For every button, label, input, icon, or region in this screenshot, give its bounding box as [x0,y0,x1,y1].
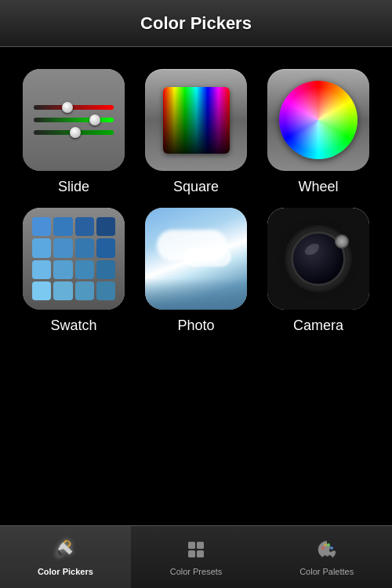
eyedropper-icon [54,539,76,564]
photo-icon-box [145,208,247,310]
camera-inner [267,208,369,310]
camera-flash [335,234,349,249]
tab-color-pickers-label: Color Pickers [38,567,93,576]
swatch-label: Swatch [50,318,96,334]
svg-point-8 [330,546,333,550]
presets-icon [185,539,207,564]
photo-item[interactable]: Photo [141,208,251,334]
camera-icon-box [267,208,369,310]
wheel-item[interactable]: Wheel [263,69,373,195]
swatch-cell [53,217,72,236]
slide-inner [23,69,125,171]
swatch-cell [75,281,94,300]
svg-point-5 [321,546,325,550]
swatch-cell [75,238,94,257]
swatch-cell [32,260,51,279]
wheel-inner [279,81,358,159]
red-slider-row [34,105,114,110]
square-inner [163,87,230,154]
swatch-inner [23,208,125,310]
swatch-cell [53,260,72,279]
red-track [34,105,114,110]
swatch-cell [75,217,94,236]
swatch-item[interactable]: Swatch [19,208,129,334]
swatch-cell [96,217,115,236]
swatch-cell [96,260,115,279]
photo-label: Photo [177,318,214,334]
blue-knob [70,127,81,138]
sky-bottom [145,278,247,310]
page-title: Color Pickers [140,13,252,34]
tab-bar: Color Pickers Color Presets Color Palett… [0,525,392,588]
swatch-cell [32,238,51,257]
photo-inner [145,208,247,310]
tab-color-palettes-label: Color Palettes [299,567,354,576]
square-item[interactable]: Square [141,69,251,195]
svg-rect-4 [197,550,204,557]
slide-label: Slide [58,179,89,195]
slide-item[interactable]: Slide [19,69,129,195]
tab-color-presets-label: Color Presets [170,567,223,576]
wheel-label: Wheel [298,179,338,195]
square-label: Square [173,179,219,195]
swatch-cell [96,238,115,257]
swatch-cell [53,238,72,257]
tab-color-presets[interactable]: Color Presets [131,526,262,588]
swatch-cell [32,217,51,236]
camera-item[interactable]: Camera [263,208,373,334]
swatch-cell [96,281,115,300]
green-track [34,118,114,122]
red-knob [62,102,73,113]
picker-grid: Slide Square Wheel Swatch Photo [0,47,392,356]
swatch-cell [53,281,72,300]
svg-rect-1 [188,542,195,549]
svg-point-0 [56,554,60,557]
svg-rect-3 [188,550,195,557]
tab-color-palettes[interactable]: Color Palettes [261,526,392,588]
slide-icon-box [23,69,125,171]
svg-rect-2 [197,542,204,549]
tab-color-pickers[interactable]: Color Pickers [0,526,131,588]
swatch-cell [32,281,51,300]
camera-label: Camera [293,318,343,334]
svg-point-6 [324,543,327,546]
green-knob [89,114,100,125]
svg-point-7 [327,543,330,546]
blue-slider-row [34,130,114,135]
palette-icon [316,539,338,564]
swatch-icon-box [23,208,125,310]
cloud-2 [184,247,231,267]
square-icon-box [145,69,247,171]
app-header: Color Pickers [0,0,392,47]
swatch-cell [75,260,94,279]
wheel-icon-box [267,69,369,171]
green-slider-row [34,118,114,122]
